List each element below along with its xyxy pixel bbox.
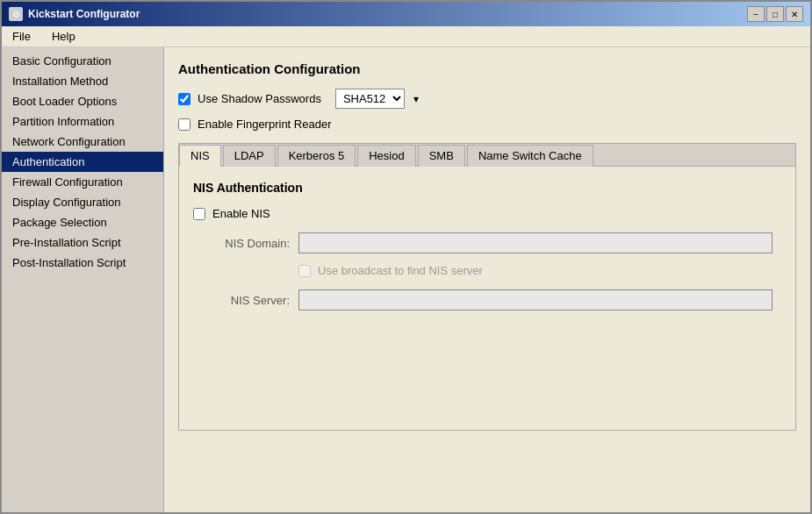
shadow-passwords-checkbox[interactable]	[178, 93, 190, 105]
main-content: Basic Configuration Installation Method …	[2, 47, 810, 512]
nis-server-input[interactable]	[298, 289, 772, 311]
broadcast-label: Use broadcast to find NIS server	[318, 264, 483, 277]
content-area: Authentication Configuration Use Shadow …	[164, 47, 810, 512]
tab-name-switch-cache[interactable]: Name Switch Cache	[467, 145, 593, 167]
tab-ldap[interactable]: LDAP	[223, 145, 276, 167]
menu-bar: File Help	[2, 26, 810, 47]
enable-nis-label: Enable NIS	[212, 207, 270, 220]
tabs-container: NIS LDAP Kerberos 5 Hesiod SMB Name Swit…	[178, 143, 796, 431]
nis-domain-label: NIS Domain:	[193, 237, 290, 250]
nis-auth-title: NIS Authentication	[193, 181, 781, 195]
nis-server-row: NIS Server:	[193, 289, 781, 311]
sidebar-item-network-configuration[interactable]: Network Configuration	[2, 132, 163, 152]
tab-hesiod[interactable]: Hesiod	[357, 145, 415, 167]
application-window: ⚙ Kickstart Configurator − □ ✕ File Help…	[0, 0, 812, 514]
sidebar-item-authentication[interactable]: Authentication	[2, 152, 163, 172]
broadcast-checkbox[interactable]	[298, 265, 311, 277]
enable-nis-checkbox[interactable]	[193, 208, 205, 220]
sidebar-item-installation-method[interactable]: Installation Method	[2, 71, 163, 91]
sidebar-item-display-configuration[interactable]: Display Configuration	[2, 192, 163, 212]
sidebar-item-firewall-configuration[interactable]: Firewall Configuration	[2, 172, 163, 192]
shadow-passwords-label: Use Shadow Passwords	[198, 92, 321, 105]
title-bar: ⚙ Kickstart Configurator − □ ✕	[2, 2, 810, 26]
minimize-button[interactable]: −	[747, 6, 765, 22]
fingerprint-label: Enable Fingerprint Reader	[198, 118, 331, 131]
fingerprint-checkbox[interactable]	[178, 118, 190, 131]
tab-kerberos5[interactable]: Kerberos 5	[277, 145, 356, 167]
tab-smb[interactable]: SMB	[418, 145, 465, 167]
sidebar-item-post-installation-script[interactable]: Post-Installation Script	[2, 253, 163, 273]
sidebar-item-boot-loader-options[interactable]: Boot Loader Options	[2, 91, 163, 111]
tab-nis[interactable]: NIS	[179, 145, 221, 167]
sidebar-item-package-selection[interactable]: Package Selection	[2, 212, 163, 232]
section-title: Authentication Configuration	[178, 61, 796, 76]
sidebar-item-pre-installation-script[interactable]: Pre-Installation Script	[2, 232, 163, 253]
title-bar-left: ⚙ Kickstart Configurator	[9, 7, 140, 21]
sha-select[interactable]: SHA512 MD5 SHA256	[335, 89, 405, 109]
app-icon: ⚙	[9, 7, 23, 21]
fingerprint-row: Enable Fingerprint Reader	[178, 118, 796, 131]
tab-content-nis: NIS Authentication Enable NIS NIS Domain…	[179, 167, 795, 430]
broadcast-row: Use broadcast to find NIS server	[298, 264, 781, 277]
sidebar-item-partition-information[interactable]: Partition Information	[2, 111, 163, 132]
sidebar-item-basic-configuration[interactable]: Basic Configuration	[2, 51, 163, 71]
nis-domain-row: NIS Domain:	[193, 232, 781, 253]
sidebar: Basic Configuration Installation Method …	[2, 47, 164, 512]
menu-file[interactable]: File	[5, 28, 38, 45]
shadow-passwords-row: Use Shadow Passwords SHA512 MD5 SHA256 ▾	[178, 89, 796, 109]
title-bar-buttons: − □ ✕	[747, 6, 803, 22]
sha-dropdown-arrow: ▾	[413, 93, 419, 105]
app-title: Kickstart Configurator	[28, 8, 140, 20]
nis-domain-input[interactable]	[298, 232, 772, 253]
tabs-header: NIS LDAP Kerberos 5 Hesiod SMB Name Swit…	[179, 144, 795, 167]
enable-nis-row: Enable NIS	[193, 207, 781, 220]
maximize-button[interactable]: □	[766, 6, 784, 22]
nis-server-label: NIS Server:	[193, 294, 290, 307]
menu-help[interactable]: Help	[45, 28, 83, 45]
close-button[interactable]: ✕	[786, 6, 803, 22]
